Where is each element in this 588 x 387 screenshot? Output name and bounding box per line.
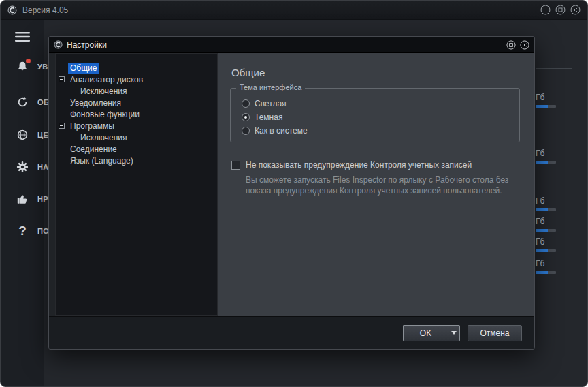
page-title: Общие <box>231 67 534 78</box>
sync-icon <box>16 96 29 108</box>
settings-panel: Общие Тема интерфейса Светлая Темная Как… <box>218 53 534 316</box>
theme-groupbox: Тема интерфейса Светлая Темная Как в сис… <box>230 88 520 142</box>
sidebar-item-label: НА <box>37 163 49 171</box>
uac-description: Вы сможете запускать Files Inspector по … <box>246 174 520 196</box>
list-item-size: Гб <box>536 215 556 232</box>
sidebar-item-notifications[interactable]: УВ <box>1 59 44 74</box>
dialog-logo-icon <box>54 40 63 49</box>
tree-item-analyzer-exclusions[interactable]: Исключения <box>56 85 217 97</box>
window-title: Версия 4.05 <box>22 5 68 15</box>
tree-item-programs-exclusions[interactable]: Исключения <box>56 131 217 143</box>
sidebar-item-label: ПО <box>37 227 49 235</box>
groupbox-legend: Тема интерфейса <box>236 83 305 91</box>
dialog-titlebar: Настройки <box>49 37 534 53</box>
minimize-button[interactable] <box>540 5 551 15</box>
tree-item-notifications[interactable]: Уведомления <box>56 97 217 108</box>
theme-option-system[interactable]: Как в системе <box>242 124 519 138</box>
collapse-icon[interactable] <box>59 123 65 129</box>
radio-checked-icon <box>242 113 250 121</box>
settings-dialog: Настройки Общие Анализатор дисков <box>48 36 535 350</box>
progress-bar <box>536 271 556 274</box>
help-icon: ? <box>18 224 27 238</box>
bell-icon <box>16 61 29 73</box>
checkbox-icon <box>231 161 240 170</box>
dialog-maximize-button[interactable] <box>506 40 516 50</box>
dialog-close-button[interactable] <box>520 40 529 50</box>
ok-split-button: OK <box>403 325 460 341</box>
sidebar-item-label: НР <box>37 195 48 203</box>
menu-icon <box>15 31 30 42</box>
dropdown-arrow-icon <box>451 331 457 335</box>
ok-dropdown-button[interactable] <box>448 325 460 341</box>
window-controls <box>540 5 581 15</box>
background-separator <box>536 68 572 69</box>
sidebar-item-update[interactable]: ОБ <box>1 95 44 110</box>
radio-icon <box>242 99 250 108</box>
app-logo-icon <box>7 5 17 15</box>
list-item-size: Гб <box>536 257 556 274</box>
dialog-controls <box>506 40 529 50</box>
sidebar-item-label: ОБ <box>37 98 49 106</box>
thumb-up-icon <box>16 193 29 205</box>
progress-bar <box>536 105 556 108</box>
sidebar-item-menu[interactable] <box>1 29 44 44</box>
progress-bar <box>536 208 556 211</box>
sidebar-item-rate[interactable]: НР <box>1 191 44 206</box>
tree-item-background-functions[interactable]: Фоновые функции <box>56 108 217 120</box>
progress-bar <box>536 161 556 164</box>
progress-bar <box>536 229 556 232</box>
titlebar: Версия 4.05 <box>1 1 587 20</box>
tree-item-programs[interactable]: Программы <box>56 120 217 131</box>
list-item-size: Гб <box>536 146 556 164</box>
collapse-icon[interactable] <box>59 76 65 82</box>
sidebar: УВ ОБ ЦЕ НА НР ? ПО <box>1 20 44 386</box>
sidebar-item-label: УВ <box>37 63 48 71</box>
settings-tree: Общие Анализатор дисков Исключения Уведо… <box>55 53 218 316</box>
theme-option-dark[interactable]: Темная <box>242 110 519 124</box>
list-item-size: Гб <box>536 91 556 108</box>
sidebar-item-label: ЦЕ <box>37 131 48 139</box>
tree-item-disk-analyzer[interactable]: Анализатор дисков <box>56 74 217 85</box>
uac-checkbox-row[interactable]: Не показывать предупреждение Контроля уч… <box>231 160 534 170</box>
globe-icon <box>16 129 29 141</box>
notification-badge <box>26 59 31 63</box>
dialog-footer: OK Отмена <box>49 316 534 349</box>
sidebar-item-center[interactable]: ЦЕ <box>1 127 44 142</box>
list-item-size: Гб <box>536 194 556 211</box>
tree-item-general[interactable]: Общие <box>56 62 217 74</box>
sidebar-item-help[interactable]: ? ПО <box>1 223 44 238</box>
sidebar-item-settings[interactable]: НА <box>1 159 44 174</box>
cancel-button[interactable]: Отмена <box>468 325 522 341</box>
radio-icon <box>242 127 250 135</box>
tree-item-connection[interactable]: Соединение <box>56 143 217 155</box>
dialog-title: Настройки <box>67 40 107 50</box>
tree-item-language[interactable]: Язык (Language) <box>56 155 217 166</box>
list-item-size: Гб <box>536 235 556 252</box>
dialog-body: Общие Анализатор дисков Исключения Уведо… <box>49 53 534 316</box>
maximize-button[interactable] <box>555 5 566 15</box>
app-window: Версия 4.05 УВ <box>0 0 588 387</box>
close-button[interactable] <box>570 5 581 15</box>
ok-button[interactable]: OK <box>403 325 448 341</box>
theme-option-light[interactable]: Светлая <box>242 97 519 110</box>
gear-icon <box>16 161 29 173</box>
progress-bar <box>536 249 556 252</box>
